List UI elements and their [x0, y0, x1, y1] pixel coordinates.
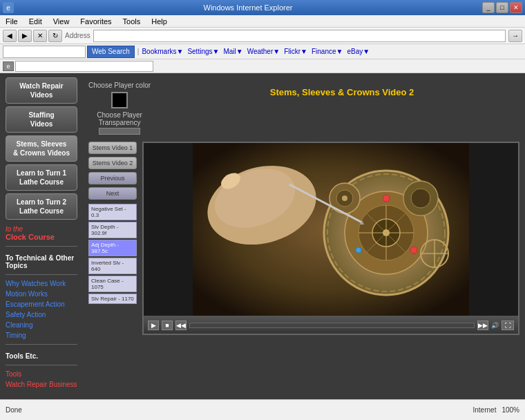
- content-area: Choose Player color Choose Player Transp…: [83, 73, 525, 399]
- menu-favorites[interactable]: Favorites: [77, 17, 114, 26]
- title-bar: e Windows Internet Explorer _ □ ✕: [0, 0, 525, 15]
- sidebar: Watch RepairVideos StaffingVideos Stems,…: [0, 73, 83, 399]
- titlebar-controls: _ □ ✕: [482, 2, 522, 13]
- fullscreen-button[interactable]: ⛶: [502, 321, 514, 330]
- sidebar-divider-2: [6, 274, 77, 275]
- svg-point-23: [410, 247, 417, 254]
- favbar-input[interactable]: [15, 61, 153, 72]
- video-controls-bar: ▶ ■ ◀◀ ▶▶ 🔊 ⛶: [144, 316, 518, 335]
- chapter-item[interactable]: Inverted Slv - 640: [88, 258, 137, 274]
- safety-link[interactable]: Safety Action: [6, 311, 77, 318]
- stop-button[interactable]: ✕: [33, 30, 47, 42]
- search-bar: Web Search: [3, 46, 135, 58]
- video-thumbnail: [144, 143, 518, 316]
- player-controls-top: Choose Player color Choose Player Transp…: [88, 79, 519, 137]
- refresh-button[interactable]: ↻: [48, 30, 62, 42]
- status-right: Internet 100%: [473, 406, 520, 414]
- forward-button[interactable]: ▶: [18, 30, 32, 42]
- favorites-bar: e: [0, 59, 525, 73]
- address-input[interactable]: [93, 30, 506, 42]
- minimize-button[interactable]: _: [482, 2, 495, 13]
- lathe-course-1-button[interactable]: Learn to Turn 1Lathe Course: [6, 164, 77, 191]
- progress-bar[interactable]: [189, 323, 475, 328]
- address-bar: ◀ ▶ ✕ ↻ Address →: [0, 28, 525, 44]
- clock-course-button[interactable]: Clock Course: [6, 233, 77, 241]
- mail-link[interactable]: Mail▼: [223, 48, 242, 55]
- watch-repair-videos-button[interactable]: Watch RepairVideos: [6, 77, 77, 104]
- next-button[interactable]: Next: [88, 187, 137, 200]
- video-player: ▶ ■ ◀◀ ▶▶ 🔊 ⛶: [142, 142, 519, 335]
- main-area: Watch RepairVideos StaffingVideos Stems,…: [0, 73, 525, 399]
- chapter-list: Negative Set - 0.3 Slv Depth - 302.9f Ad…: [88, 204, 137, 304]
- svg-point-24: [356, 247, 361, 253]
- ebay-link[interactable]: eBay▼: [347, 48, 370, 55]
- menu-view[interactable]: View: [50, 17, 73, 26]
- toolbar: Web Search | Bookmarks▼ Settings▼ Mail▼ …: [0, 44, 525, 59]
- tools-etc-title: Tools Etc.: [6, 352, 77, 360]
- ie-logo: e: [3, 61, 14, 71]
- to-the-label: to the: [6, 225, 77, 233]
- video-title: Stems, Sleeves & Crowns Video 2: [164, 82, 519, 97]
- motion-works-link[interactable]: Motion Works: [6, 290, 77, 298]
- lathe-course-2-button[interactable]: Learn to Turn 2Lathe Course: [6, 193, 77, 220]
- transparency-label: Choose Player Transparency: [97, 111, 142, 126]
- technical-title: To Technical & Other Topics: [6, 254, 77, 269]
- color-picker-area: Choose Player color Choose Player Transp…: [88, 82, 151, 135]
- escapement-link[interactable]: Escapement Action: [6, 300, 77, 308]
- menu-file[interactable]: File: [3, 17, 21, 26]
- back-button[interactable]: ◀: [3, 30, 17, 42]
- search-input[interactable]: [3, 46, 86, 58]
- menu-help[interactable]: Help: [149, 17, 170, 26]
- color-picker-box[interactable]: [111, 92, 128, 108]
- video-section: Stems Video 1 Stems Video 2 Previous Nex…: [88, 142, 519, 335]
- bookmarks-link[interactable]: Bookmarks▼: [142, 48, 183, 55]
- nav-buttons: ◀ ▶ ✕ ↻: [3, 30, 62, 42]
- chapter-item[interactable]: Negative Set - 0.3: [88, 204, 137, 220]
- staffing-videos-button[interactable]: StaffingVideos: [6, 106, 77, 133]
- chapter-item[interactable]: Clean Case - 1075: [88, 276, 137, 292]
- video-buttons: Stems Video 1 Stems Video 2 Previous Nex…: [88, 142, 137, 335]
- transparency-area: Choose Player Transparency: [97, 111, 142, 135]
- zoom-level: 100%: [502, 406, 519, 414]
- chapter-item[interactable]: Slv Repair - 1170: [88, 294, 137, 304]
- chapter-item-active[interactable]: Adj Depth - 387.5c: [88, 240, 137, 256]
- chapter-item[interactable]: Slv Depth - 302.9f: [88, 222, 137, 238]
- why-watches-link[interactable]: Why Watches Work: [6, 280, 77, 287]
- finance-link[interactable]: Finance▼: [312, 48, 343, 55]
- window-title: Windows Internet Explorer: [204, 3, 293, 12]
- stop-button[interactable]: ■: [162, 321, 173, 330]
- maximize-button[interactable]: □: [496, 2, 508, 13]
- sidebar-divider-4: [6, 365, 77, 365]
- zone-label: Internet: [473, 406, 497, 414]
- menu-tools[interactable]: Tools: [120, 17, 144, 26]
- menu-bar: File Edit View Favorites Tools Help: [0, 15, 525, 28]
- stems-video-2-button[interactable]: Stems Video 2: [88, 157, 137, 169]
- menu-edit[interactable]: Edit: [26, 17, 45, 26]
- stems-sleeves-crowns-button[interactable]: Stems, Sleeves& Crowns Videos: [6, 135, 77, 162]
- ff-button[interactable]: ▶▶: [477, 321, 488, 330]
- play-button[interactable]: ▶: [148, 321, 159, 330]
- status-bar: Done Internet 100%: [0, 399, 525, 420]
- search-button[interactable]: Web Search: [87, 46, 135, 58]
- go-button[interactable]: →: [508, 30, 522, 42]
- svg-point-22: [383, 195, 390, 202]
- tools-link[interactable]: Tools: [6, 370, 77, 378]
- timing-link[interactable]: Timing: [6, 332, 77, 339]
- stems-video-1-button[interactable]: Stems Video 1: [88, 142, 137, 154]
- address-label: Address: [65, 32, 90, 39]
- watch-repair-business-link[interactable]: Watch Repair Business: [6, 381, 77, 388]
- volume-icon[interactable]: 🔊: [491, 322, 499, 329]
- svg-point-21: [411, 189, 430, 208]
- rewind-button[interactable]: ◀◀: [175, 321, 187, 330]
- close-button[interactable]: ✕: [510, 2, 522, 13]
- weather-link[interactable]: Weather▼: [247, 48, 280, 55]
- transparency-slider[interactable]: [99, 128, 140, 135]
- previous-button[interactable]: Previous: [88, 172, 137, 184]
- svg-point-17: [342, 195, 347, 201]
- cleaning-link[interactable]: Cleaning: [6, 321, 77, 329]
- sidebar-divider-3: [6, 344, 77, 345]
- video-frame-svg: [144, 143, 518, 316]
- color-label: Choose Player color: [88, 82, 151, 89]
- flickr-link[interactable]: Flickr▼: [284, 48, 307, 55]
- settings-link[interactable]: Settings▼: [187, 48, 219, 55]
